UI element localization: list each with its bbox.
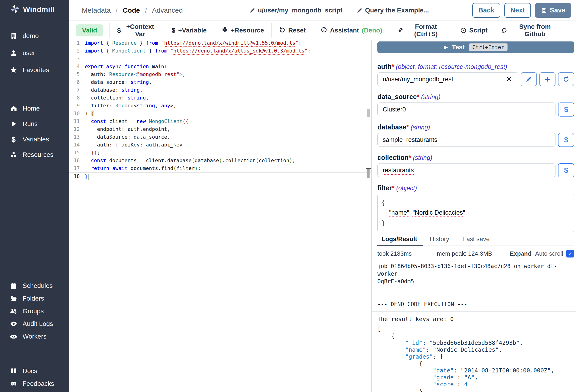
collection-label: collection* (string) [377,154,574,162]
code-line: 7 database: string, [69,86,372,94]
job-log-output: job 01864b05-8033-b136-1def-f30c48ac7c28… [377,263,574,308]
tab-logs-result[interactable]: Logs/Result [377,236,423,246]
sidebar-item-groups[interactable]: Groups [0,305,69,317]
code-line: 9 filter: Record<string, any>, [69,102,372,110]
editor-toolbar: Valid $+Context Var$+Variable+ResourceRe… [69,21,576,40]
sidebar-item-label: user [23,49,35,57]
dollar-icon: $ [172,27,175,34]
sidebar-item-label: Folders [23,295,44,302]
sidebar-item-home[interactable]: Home [0,101,69,116]
sidebar-item-label: Schedules [23,282,53,289]
valid-badge: Valid [76,25,103,36]
line-number: 17 [69,165,83,172]
save-button[interactable]: Save [535,3,571,18]
autoscroll-label: Auto scroll [535,250,563,257]
toolbar-button-label: Format (Ctrl+S) [406,23,446,38]
auth-resource-input[interactable]: u/user/my_mongodb_rest [377,72,518,86]
back-button[interactable]: Back [472,3,500,18]
breadcrumb-metadata[interactable]: Metadata [82,6,111,14]
sidebar: Windmill demouserFavorites HomeRuns$Vari… [0,0,69,392]
toolbar-button-label: +Resource [231,27,264,34]
line-number: 18 [69,172,83,180]
collection-input[interactable]: restaurants [377,163,555,177]
insert-variable-button[interactable]: $ [558,163,574,177]
toolbar-format-ctrl-s--button[interactable]: Format (Ctrl+S) [390,23,453,38]
toolbar--context-var-button[interactable]: $+Context Var [110,23,164,38]
discord-icon [9,380,18,387]
toolbar--resource-button[interactable]: +Resource [214,23,272,38]
script-path[interactable]: u/user/my_mongodb_script [250,7,342,14]
dollar-icon: $ [117,27,121,34]
code-line: 2import { MongoClient } from "https://de… [69,47,372,55]
sidebar-item-label: Resources [23,151,54,158]
autoscroll-checkbox[interactable]: ✓ [566,250,574,257]
breadcrumb-separator: / [116,6,117,14]
logo[interactable]: Windmill [0,0,69,19]
code-line: 4export async function main( [69,63,372,70]
breadcrumb-code[interactable]: Code [123,6,140,14]
filter-json-editor[interactable]: { "name": "Nordic Delicacies"} [377,194,574,232]
line-number: 4 [69,63,83,70]
next-button[interactable]: Next [504,3,531,18]
sidebar-item-label: demo [23,32,39,40]
refresh-resource-button[interactable] [558,72,574,86]
toolbar--variable-button[interactable]: $+Variable [164,23,214,38]
breadcrumb-advanced[interactable]: Advanced [152,6,183,14]
code-line: 16 const documents = client.database(dat… [69,157,372,165]
tab-history[interactable]: History [423,236,456,246]
auth-label: auth* (object, format: resource-mongodb_… [377,63,574,70]
sidebar-item-demo[interactable]: demo [0,28,69,44]
line-number: 9 [69,102,83,110]
insert-variable-button[interactable]: $ [558,103,574,116]
sidebar-item-issues[interactable]: Issues [0,390,69,392]
data-source-label: data_source* (string) [377,93,574,101]
toolbar-assistant-button[interactable]: Assistant (Deno) [313,23,390,38]
sidebar-item-docs[interactable]: Docs [0,364,69,377]
sidebar-item-user[interactable]: user [0,44,69,61]
sidebar-footer-group: DocsFeedbacksIssues [0,364,69,392]
code-line: 15 }); [69,149,372,157]
code-line: 12 endpoint: auth.endpoint, [69,125,372,133]
sidebar-item-label: Groups [23,308,44,315]
github-icon [501,27,507,34]
sidebar-item-workers[interactable]: Workers [0,330,69,343]
breadcrumb: Metadata / Code / Advanced [82,6,183,14]
sidebar-item-favorites[interactable]: Favorites [0,61,69,79]
expand-button[interactable]: Expand [510,250,532,257]
test-button[interactable]: ▶ Test Ctrl+Enter [377,41,574,53]
clear-resource-button[interactable] [506,76,513,83]
sidebar-item-label: Workers [23,333,47,340]
line-number: 3 [69,55,83,63]
toolbar-reset-button[interactable]: Reset [272,23,313,38]
line-number: 10 [69,110,83,117]
brush-icon [397,27,404,34]
run-status-row: took 2183ms mem peak: 124.3MB Expand Aut… [377,250,574,257]
sidebar-item-resources[interactable]: Resources [0,147,69,162]
overview-ruler-mark [367,169,370,178]
code-line: 10) { [69,110,372,117]
sidebar-item-label: Home [23,105,40,112]
add-resource-button[interactable]: + [539,72,555,86]
sync-github-button[interactable]: Sync from Github [494,23,567,38]
sidebar-item-variables[interactable]: $Variables [0,132,69,147]
sidebar-item-feedbacks[interactable]: Feedbacks [0,377,69,390]
script-summary[interactable]: Query the Example... [357,7,429,14]
sidebar-item-runs[interactable]: Runs [0,116,69,132]
divider [372,311,576,312]
insert-variable-button[interactable]: $ [558,133,574,147]
sidebar-item-label: Variables [23,136,49,143]
sidebar-item-schedules[interactable]: Schedules [0,279,69,292]
database-input[interactable]: sample_restaurants [377,133,555,147]
script-kind-button[interactable]: Script [453,27,494,34]
edit-resource-button[interactable] [521,72,537,86]
sidebar-item-audit-logs[interactable]: Audit Logs [0,317,69,330]
sidebar-item-folders[interactable]: Folders [0,292,69,305]
toolbar-button-label: Reset [288,27,306,34]
data-source-input[interactable]: Cluster0 [377,103,555,116]
sidebar-item-label: Docs [23,367,37,375]
editor-scrollbar-thumb[interactable] [367,109,370,117]
tab-last-save[interactable]: Last save [456,236,497,246]
code-editor[interactable]: 1import { Resource } from "https://deno.… [69,40,372,392]
line-number: 7 [69,86,83,94]
sidebar-item-label: Audit Logs [23,320,53,328]
